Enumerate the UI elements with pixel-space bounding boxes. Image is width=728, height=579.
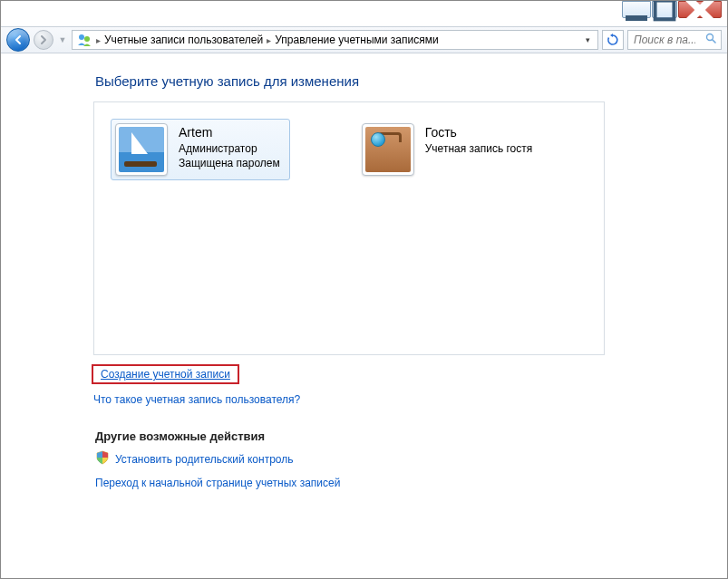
- account-info: Artem Администратор Защищена паролем: [179, 123, 280, 176]
- avatar-frame: [115, 123, 168, 176]
- breadcrumb-bar[interactable]: ▸ Учетные записи пользователей ▸ Управле…: [72, 30, 598, 50]
- account-role: Администратор: [179, 141, 280, 156]
- other-actions-heading: Другие возможные действия: [95, 429, 727, 443]
- breadcrumb-item-2[interactable]: Управление учетными записями: [275, 34, 438, 46]
- avatar-image-suitcase: [365, 127, 411, 172]
- account-name: Гость: [425, 125, 533, 140]
- search-box[interactable]: [627, 30, 722, 50]
- account-tile-guest[interactable]: Гость Учетная запись гостя: [357, 119, 543, 180]
- nav-forward-button[interactable]: [34, 30, 53, 50]
- page-heading: Выберите учетную запись для изменения: [95, 73, 727, 89]
- search-icon: [705, 33, 717, 47]
- avatar-frame: [362, 123, 414, 176]
- what-is-account-link[interactable]: Что такое учетная запись пользователя?: [93, 393, 300, 406]
- shield-icon: [95, 450, 110, 468]
- create-account-link[interactable]: Создание учетной записи: [101, 368, 230, 381]
- account-desc: Учетная запись гостя: [425, 141, 533, 156]
- breadcrumb-separator-icon: ▸: [267, 35, 271, 45]
- nav-history-dropdown[interactable]: ▼: [57, 30, 68, 50]
- refresh-button[interactable]: [602, 30, 624, 50]
- breadcrumb-item-1[interactable]: Учетные записи пользователей: [104, 34, 263, 46]
- accounts-panel: Artem Администратор Защищена паролем Гос…: [93, 101, 605, 355]
- close-button[interactable]: [678, 1, 722, 18]
- content-area: Выберите учетную запись для изменения Ar…: [1, 53, 727, 578]
- account-info: Гость Учетная запись гостя: [425, 123, 533, 176]
- window-controls: [622, 1, 727, 19]
- search-input[interactable]: [632, 33, 697, 47]
- svg-rect-0: [626, 15, 647, 21]
- avatar-image-sailboat: [119, 127, 164, 172]
- breadcrumb-separator-icon: ▸: [96, 35, 101, 45]
- highlighted-link-box: Создание учетной записи: [92, 364, 239, 384]
- goto-accounts-home-link[interactable]: Переход к начальной странице учетных зап…: [95, 477, 340, 489]
- account-name: Artem: [179, 125, 280, 140]
- svg-point-2: [79, 34, 84, 40]
- user-accounts-icon: [76, 32, 92, 48]
- parental-control-link[interactable]: Установить родительский контроль: [115, 453, 294, 466]
- maximize-button[interactable]: [652, 1, 677, 18]
- svg-rect-1: [655, 0, 675, 19]
- navigation-bar: ▼ ▸ Учетные записи пользователей ▸ Управ…: [1, 26, 727, 53]
- account-tile-artem[interactable]: Artem Администратор Защищена паролем: [111, 119, 290, 180]
- account-status: Защищена паролем: [179, 156, 280, 170]
- nav-back-button[interactable]: [6, 28, 30, 52]
- breadcrumb-dropdown-icon[interactable]: ▾: [582, 35, 594, 44]
- minimize-button[interactable]: [622, 1, 651, 18]
- svg-point-3: [84, 36, 90, 42]
